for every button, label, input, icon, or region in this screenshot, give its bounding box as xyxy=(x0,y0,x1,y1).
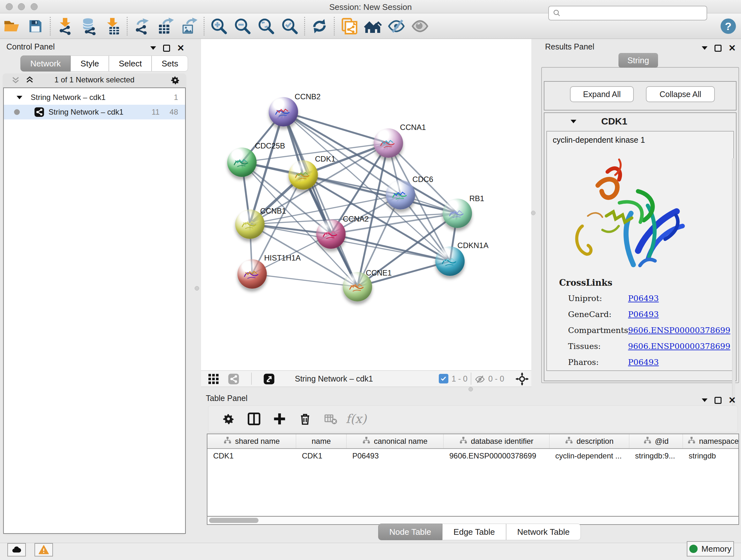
function-builder-icon[interactable]: f(x) xyxy=(347,410,365,428)
zoom-out-icon[interactable] xyxy=(231,16,254,37)
results-scrollbar[interactable] xyxy=(732,159,735,426)
cloud-button[interactable] xyxy=(7,543,26,557)
tab-node-table[interactable]: Node Table xyxy=(378,523,442,540)
import-network-file-icon[interactable] xyxy=(53,16,77,37)
network-edge[interactable] xyxy=(252,274,357,287)
network-node-cdc6[interactable] xyxy=(386,180,415,209)
open-file-icon[interactable] xyxy=(0,16,23,37)
column-header-database-identifier[interactable]: database identifier xyxy=(444,434,549,448)
collapse-entry-icon[interactable] xyxy=(570,120,576,123)
gear-icon[interactable] xyxy=(170,75,181,85)
table-cell[interactable]: stringdb:9... xyxy=(629,449,683,463)
selected-nodes-checkbox[interactable] xyxy=(439,374,448,383)
share-session-icon[interactable] xyxy=(337,16,361,37)
network-node-cdk1[interactable] xyxy=(288,160,318,190)
show-details-icon[interactable] xyxy=(408,16,432,37)
network-node-cdc25b[interactable] xyxy=(227,147,257,177)
network-node-rb1[interactable] xyxy=(443,199,472,228)
delete-column-icon[interactable] xyxy=(296,410,314,428)
import-table-file-icon[interactable] xyxy=(100,16,124,37)
tab-style[interactable]: Style xyxy=(71,56,109,71)
left-splitter-handle[interactable] xyxy=(195,286,199,291)
expand-all-button[interactable]: Expand All xyxy=(570,86,634,102)
grid-view-icon[interactable] xyxy=(207,373,219,385)
save-session-icon[interactable] xyxy=(23,16,47,37)
search-input[interactable] xyxy=(561,9,698,17)
detach-view-icon[interactable] xyxy=(263,373,275,385)
close-panel-icon[interactable]: ✕ xyxy=(729,43,736,53)
table-cell[interactable]: stringdb xyxy=(683,449,739,463)
close-panel-icon[interactable]: ✕ xyxy=(729,395,736,406)
panel-menu-icon[interactable] xyxy=(150,46,156,50)
crosslink-link[interactable]: 9606.ENSP00000378699 xyxy=(628,341,731,351)
export-image-icon[interactable] xyxy=(178,16,201,37)
table-cell[interactable]: CDK1 xyxy=(296,449,347,463)
network-view-icon[interactable] xyxy=(227,373,240,385)
table-cell[interactable]: cyclin-dependent ... xyxy=(549,449,629,463)
import-network-database-icon[interactable] xyxy=(77,16,100,37)
column-header-label: @id xyxy=(655,437,669,446)
network-edges xyxy=(201,39,531,370)
hide-details-icon[interactable] xyxy=(385,16,408,37)
export-network-icon[interactable] xyxy=(130,16,154,37)
table-settings-gear-icon[interactable] xyxy=(220,410,237,428)
tab-sets[interactable]: Sets xyxy=(151,56,188,71)
zoom-selected-icon[interactable] xyxy=(278,16,301,37)
export-table-icon[interactable] xyxy=(154,16,178,37)
crosslink-link[interactable]: P06493 xyxy=(628,358,659,367)
birds-eye-icon[interactable] xyxy=(515,372,529,386)
network-collection-row[interactable]: String Network – cdk1 1 xyxy=(4,90,185,105)
protein-ribbon-thumbnail xyxy=(440,253,460,269)
warnings-button[interactable] xyxy=(35,543,53,557)
column-header-shared-name[interactable]: shared name xyxy=(207,434,296,448)
column-header-namespace[interactable]: namespace xyxy=(683,434,739,448)
tab-string[interactable]: String xyxy=(618,53,658,68)
close-panel-icon[interactable]: ✕ xyxy=(177,43,185,53)
column-header--id[interactable]: @id xyxy=(629,434,683,448)
show-columns-icon[interactable] xyxy=(246,410,263,428)
network-node-ccnb2[interactable] xyxy=(269,97,298,126)
network-node-ccna1[interactable] xyxy=(374,128,403,158)
search-field[interactable] xyxy=(548,6,707,20)
zoom-in-icon[interactable] xyxy=(207,16,231,37)
help-button[interactable]: ? xyxy=(721,18,736,34)
crosslink-link[interactable]: P06493 xyxy=(628,294,659,303)
crosslink-row: Compartments:9606.ENSP00000378699 xyxy=(568,326,728,341)
table-cell[interactable]: CDK1 xyxy=(207,449,296,463)
column-header-description[interactable]: description xyxy=(549,434,629,448)
tab-network-table[interactable]: Network Table xyxy=(506,523,581,540)
add-column-icon[interactable] xyxy=(271,410,288,428)
home-icon[interactable] xyxy=(361,16,385,37)
network-canvas[interactable]: CCNB2 CCNA1 CDC25B CDK1 CDC6 RB1 xyxy=(201,39,531,370)
delete-table-icon[interactable] xyxy=(322,410,339,428)
apply-layout-icon[interactable] xyxy=(308,16,331,37)
crosslink-link[interactable]: 9606.ENSP00000378699 xyxy=(628,326,731,335)
collapse-all-button[interactable]: Collapse All xyxy=(646,86,715,102)
tab-select[interactable]: Select xyxy=(109,56,151,71)
memory-button[interactable]: Memory xyxy=(687,541,734,557)
network-node-cdkn1a[interactable] xyxy=(435,246,465,276)
panel-menu-icon[interactable] xyxy=(702,46,708,50)
network-edge[interactable] xyxy=(283,112,388,143)
panel-menu-icon[interactable] xyxy=(702,398,708,402)
column-header-name[interactable]: name xyxy=(296,434,347,448)
control-panel: Control Panel ✕ Network Style Select Set… xyxy=(0,39,189,543)
zoom-fit-icon[interactable] xyxy=(254,16,278,37)
horizontal-splitter-handle[interactable] xyxy=(468,387,473,391)
table-cell[interactable]: P06493 xyxy=(347,449,444,463)
tree-expander-icon[interactable] xyxy=(17,96,22,99)
network-view-title: String Network – cdk1 xyxy=(295,374,373,383)
network-node-hist1h1a[interactable] xyxy=(238,259,267,289)
tab-network[interactable]: Network xyxy=(20,56,71,71)
column-header-canonical-name[interactable]: canonical name xyxy=(347,434,444,448)
hidden-eye-icon[interactable] xyxy=(474,374,486,384)
float-panel-icon[interactable] xyxy=(715,45,722,52)
float-panel-icon[interactable] xyxy=(163,45,170,52)
crosslink-link[interactable]: P06493 xyxy=(628,310,659,319)
float-panel-icon[interactable] xyxy=(715,397,722,404)
network-node-ccna2[interactable] xyxy=(316,219,346,249)
scrollbar-thumb[interactable] xyxy=(209,518,259,523)
network-row[interactable]: String Network – cdk1 11 48 xyxy=(4,105,185,119)
tab-edge-table[interactable]: Edge Table xyxy=(442,523,506,540)
table-cell[interactable]: 9606.ENSP00000378699 xyxy=(444,449,549,463)
